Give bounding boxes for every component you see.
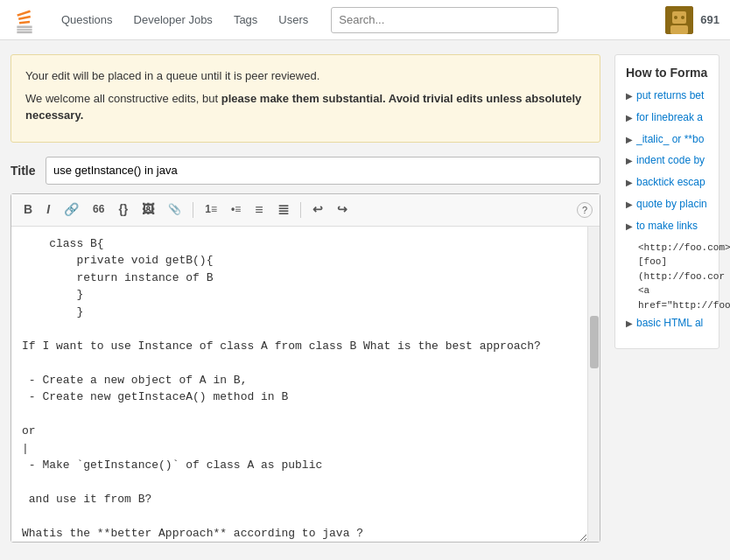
redo-button[interactable]: ↪ (332, 199, 353, 221)
bold-button[interactable]: B (18, 199, 38, 221)
search-input[interactable] (331, 7, 558, 33)
sidebar-link-6[interactable]: to make links (636, 219, 698, 234)
logo (11, 6, 39, 34)
sidebar-link-3[interactable]: indent code by (636, 153, 705, 168)
outdent-button[interactable]: ≣ (272, 198, 294, 222)
sidebar-item-html: ▶ basic HTML al (626, 316, 708, 331)
editor-body: class B{ private void getB(){ return ins… (11, 227, 600, 542)
sidebar-item-3: ▶ indent code by (626, 153, 708, 168)
arrow-icon-5: ▶ (626, 199, 633, 211)
code-button[interactable]: {} (113, 199, 133, 221)
editor-textarea[interactable]: class B{ private void getB(){ return ins… (11, 227, 587, 542)
editor-scrollbar[interactable] (587, 227, 600, 542)
undo-button[interactable]: ↩ (307, 199, 328, 221)
indent-button[interactable]: ≡ (249, 198, 268, 222)
content-area: Your edit will be placed in a queue unti… (11, 54, 600, 542)
title-row: Title (11, 157, 600, 185)
arrow-icon-6: ▶ (626, 220, 633, 233)
editor-toolbar: B I 🔗 66 {} 🖼 📎 1≡ •≡ ≡ ≣ ↩ ↪ ? (11, 194, 600, 227)
svg-point-9 (674, 16, 677, 19)
nav-questions[interactable]: Questions (53, 8, 122, 32)
sidebar-item-6: ▶ to make links (626, 219, 708, 234)
arrow-icon-0: ▶ (626, 90, 633, 102)
svg-rect-0 (17, 25, 32, 28)
arrow-icon-4: ▶ (626, 177, 633, 189)
svg-rect-5 (17, 10, 31, 16)
alert-box: Your edit will be placed in a queue unti… (11, 54, 600, 143)
alert-line2: We welcome all constructive edits, but p… (25, 90, 586, 124)
sidebar-link-1[interactable]: for linebreak a (636, 110, 703, 125)
main-layout: Your edit will be placed in a queue unti… (0, 40, 730, 556)
arrow-icon-1: ▶ (626, 112, 633, 124)
arrow-icon-2: ▶ (626, 134, 633, 146)
code-examples: <http://foo.com> [foo](http://foo.cor <a… (638, 241, 708, 313)
svg-rect-2 (17, 31, 32, 33)
sidebar-title: How to Forma (626, 66, 708, 80)
alert-line1: Your edit will be placed in a queue unti… (25, 67, 586, 85)
sidebar-link-4[interactable]: backtick escap (636, 175, 705, 190)
image-button[interactable]: 🖼 (137, 199, 159, 221)
toolbar-sep2 (300, 202, 301, 218)
editor-container: B I 🔗 66 {} 🖼 📎 1≡ •≡ ≡ ≣ ↩ ↪ ? class B{ (11, 193, 600, 542)
svg-rect-1 (17, 28, 32, 30)
nav-users[interactable]: Users (270, 8, 317, 32)
reputation-count: 691 (700, 13, 719, 26)
sidebar-link-0[interactable]: put returns bet (636, 88, 704, 103)
toolbar-sep1 (193, 202, 193, 218)
nav-tags[interactable]: Tags (225, 8, 266, 32)
svg-rect-8 (670, 25, 688, 34)
sidebar-link-2[interactable]: _italic_ or **bo (636, 132, 704, 147)
sidebar-link-5[interactable]: quote by placin (636, 197, 707, 212)
header-right: 691 (665, 6, 719, 34)
svg-point-10 (681, 16, 684, 19)
blockquote-button[interactable]: 66 (88, 200, 109, 220)
scrollbar-thumb (590, 316, 599, 368)
ordered-list-button[interactable]: 1≡ (200, 200, 222, 220)
nav-developer-jobs[interactable]: Developer Jobs (125, 8, 221, 32)
header: Questions Developer Jobs Tags Users 691 (0, 0, 730, 40)
sidebar-item-5: ▶ quote by placin (626, 197, 708, 212)
attach-button[interactable]: 📎 (163, 200, 186, 220)
sidebar-item-4: ▶ backtick escap (626, 175, 708, 190)
arrow-icon-3: ▶ (626, 155, 633, 167)
svg-rect-3 (19, 20, 30, 24)
italic-button[interactable]: I (41, 199, 55, 221)
arrow-icon-html: ▶ (626, 318, 633, 330)
sidebar-item-1: ▶ for linebreak a (626, 110, 708, 125)
avatar[interactable] (665, 6, 693, 34)
code-example-0: <http://foo.com> (638, 241, 708, 256)
sidebar-item-0: ▶ put returns bet (626, 88, 708, 103)
help-button[interactable]: ? (577, 202, 593, 218)
link-button[interactable]: 🔗 (59, 199, 84, 221)
code-example-1: [foo](http://foo.cor (638, 255, 708, 284)
sidebar-link-html[interactable]: basic HTML al (636, 316, 703, 331)
title-input[interactable] (46, 157, 600, 185)
svg-rect-4 (18, 15, 31, 19)
main-nav: Questions Developer Jobs Tags Users (53, 8, 317, 32)
sidebar-item-2: ▶ _italic_ or **bo (626, 132, 708, 147)
unordered-list-button[interactable]: •≡ (226, 200, 246, 220)
sidebar-panel: How to Forma ▶ put returns bet ▶ for lin… (614, 54, 719, 349)
sidebar: How to Forma ▶ put returns bet ▶ for lin… (614, 54, 719, 542)
title-label: Title (11, 164, 37, 178)
code-example-2: <a href="http://foo (638, 284, 708, 312)
